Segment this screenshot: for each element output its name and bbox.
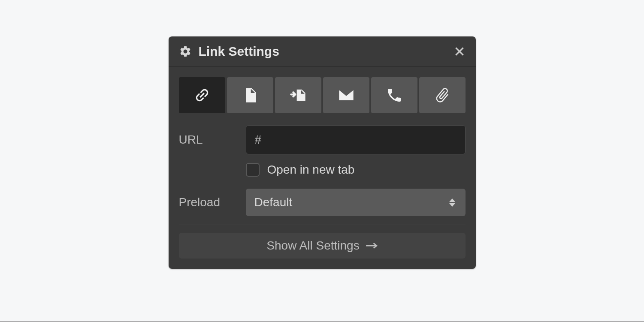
url-row: URL [179,125,466,154]
preload-label: Preload [179,196,246,209]
page-icon [242,87,259,104]
open-new-tab-row: Open in new tab [246,163,466,177]
panel-header: Link Settings [169,36,476,67]
show-all-label: Show All Settings [266,239,359,253]
show-all-settings-button[interactable]: Show All Settings [179,233,466,259]
link-settings-panel: Link Settings UR [169,36,476,269]
open-new-tab-label: Open in new tab [267,163,355,177]
page-section-icon [290,87,307,104]
link-icon [194,87,211,104]
attachment-icon [434,87,451,104]
link-type-tabs [179,77,466,113]
tab-page[interactable] [227,77,273,113]
select-caret-icon [449,197,458,208]
arrow-right-icon [366,241,378,250]
panel-title: Link Settings [199,44,454,59]
panel-body: URL Open in new tab Preload Default [169,67,476,269]
gear-icon [179,45,192,58]
email-icon [338,87,355,104]
url-label: URL [179,133,246,147]
tab-phone[interactable] [371,77,417,113]
tab-email[interactable] [323,77,369,113]
phone-icon [386,87,403,104]
tab-url[interactable] [179,77,225,113]
divider [179,225,466,225]
preload-select[interactable]: Default [246,189,466,216]
open-new-tab-checkbox[interactable] [246,163,260,177]
tab-file[interactable] [419,77,466,113]
preload-value: Default [254,196,293,209]
tab-page-section[interactable] [275,77,321,113]
close-icon [454,46,465,57]
preload-row: Preload Default [179,189,466,216]
url-input[interactable] [246,125,466,154]
close-button[interactable] [454,45,466,57]
